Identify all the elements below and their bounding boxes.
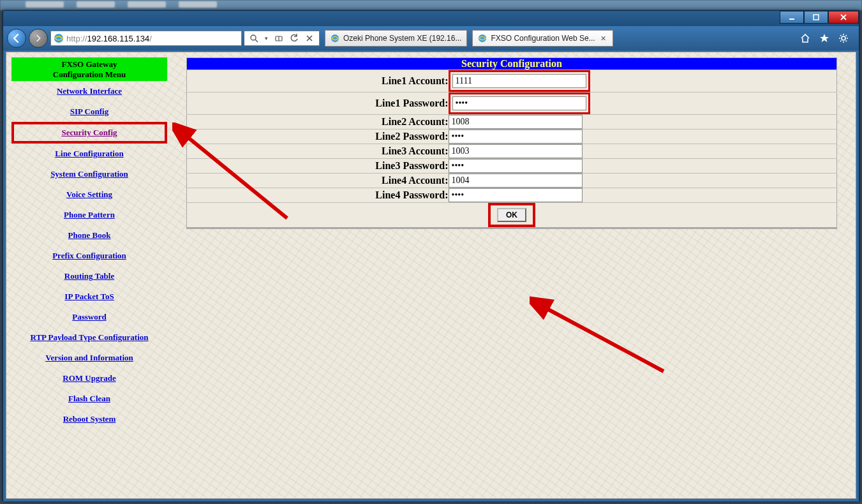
dropdown-caret-icon[interactable]: ▾ xyxy=(265,35,268,41)
browser-window: http://192.168.115.134/ ▾ Ozeki Phone Sy… xyxy=(3,10,859,501)
sidebar-item-system-configuration[interactable]: System Configuration xyxy=(11,164,167,184)
input-line4-account[interactable] xyxy=(449,174,583,188)
sidebar-item-flash-clean[interactable]: Flash Clean xyxy=(11,389,167,409)
tab-close-icon[interactable]: ✕ xyxy=(599,34,607,43)
search-icon[interactable] xyxy=(249,34,258,43)
annotation-highlight-ok: OK xyxy=(488,203,535,227)
sidebar-item-line-configuration[interactable]: Line Configuration xyxy=(11,144,167,164)
browser-tab-0[interactable]: Ozeki Phone System XE (192.16... xyxy=(325,30,467,47)
label-line3-account: Line3 Account: xyxy=(187,144,449,159)
ie-icon xyxy=(478,34,487,43)
nav-forward-button[interactable] xyxy=(29,29,48,48)
input-line1-account[interactable] xyxy=(452,74,586,88)
label-line2-password: Line2 Password: xyxy=(187,130,449,144)
ie-icon xyxy=(331,34,339,43)
browser-tab-1[interactable]: FXSO Configuration Web Se... ✕ xyxy=(472,30,613,47)
stop-icon[interactable] xyxy=(305,34,314,43)
sidebar-item-rom-upgrade[interactable]: ROM Upgrade xyxy=(11,368,167,389)
sidebar-item-routing-table[interactable]: Routing Table xyxy=(11,266,167,286)
nav-back-button[interactable] xyxy=(7,29,26,48)
ok-button[interactable]: OK xyxy=(497,208,526,222)
tab-title: FXSO Configuration Web Se... xyxy=(491,34,595,43)
sidebar-item-voice-setting[interactable]: Voice Setting xyxy=(11,184,167,205)
sidebar-item-phone-pattern[interactable]: Phone Pattern xyxy=(11,205,167,225)
sidebar-item-prefix-configuration[interactable]: Prefix Configuration xyxy=(11,246,167,266)
address-bar-text: http://192.168.115.134/ xyxy=(66,34,239,43)
sidebar-item-reboot-system[interactable]: Reboot System xyxy=(11,409,167,429)
toolbar-right-icons xyxy=(800,33,855,43)
security-config-form: Security Configuration Line1 Account: Li… xyxy=(186,57,837,229)
input-line4-password[interactable] xyxy=(449,188,583,202)
ie-icon xyxy=(54,33,64,43)
input-line2-account[interactable] xyxy=(449,115,583,129)
browser-toolbar: http://192.168.115.134/ ▾ Ozeki Phone Sy… xyxy=(3,26,859,50)
sidebar-item-network-interface[interactable]: Network Interface xyxy=(11,81,167,101)
main-panel: Security Configuration Line1 Account: Li… xyxy=(186,57,851,429)
window-titlebar xyxy=(3,11,859,26)
sidebar-item-version-info[interactable]: Version and Information xyxy=(11,348,167,368)
input-line3-password[interactable] xyxy=(449,159,583,173)
favorites-icon[interactable] xyxy=(819,33,829,43)
label-line3-password: Line3 Password: xyxy=(187,159,449,174)
address-bar-controls[interactable]: ▾ xyxy=(244,31,320,46)
window-close-button[interactable] xyxy=(828,11,859,24)
label-line1-account: Line1 Account: xyxy=(187,70,449,93)
gear-icon[interactable] xyxy=(838,33,849,43)
page-content: FXSO Gateway Configuration Menu Network … xyxy=(6,52,856,499)
window-minimize-button[interactable] xyxy=(780,11,804,24)
input-line2-password[interactable] xyxy=(449,130,583,144)
annotation-highlight-input xyxy=(449,93,590,114)
sidebar-item-rtp-payload-type[interactable]: RTP Payload Type Configuration xyxy=(11,327,167,348)
label-line4-account: Line4 Account: xyxy=(187,174,449,188)
home-icon[interactable] xyxy=(800,33,810,43)
input-line3-account[interactable] xyxy=(449,144,583,158)
input-line1-password[interactable] xyxy=(452,96,586,110)
svg-rect-0 xyxy=(789,19,794,20)
annotation-highlight-sidebar: Security Config xyxy=(11,122,167,144)
sidebar: FXSO Gateway Configuration Menu Network … xyxy=(11,57,167,429)
svg-point-3 xyxy=(251,35,256,40)
form-title: Security Configuration xyxy=(187,58,837,70)
sidebar-header: FXSO Gateway Configuration Menu xyxy=(11,57,167,81)
sidebar-item-phone-book[interactable]: Phone Book xyxy=(11,225,167,246)
sidebar-item-password[interactable]: Password xyxy=(11,307,167,327)
annotation-highlight-input xyxy=(449,70,590,92)
tab-title: Ozeki Phone System XE (192.16... xyxy=(343,34,461,43)
label-line4-password: Line4 Password: xyxy=(187,188,449,203)
svg-point-7 xyxy=(842,36,845,40)
svg-rect-1 xyxy=(814,15,819,20)
address-bar[interactable]: http://192.168.115.134/ xyxy=(50,31,242,46)
refresh-icon[interactable] xyxy=(290,34,299,43)
compat-icon[interactable] xyxy=(274,34,283,43)
sidebar-item-ip-packet-tos[interactable]: IP Packet ToS xyxy=(11,286,167,307)
window-maximize-button[interactable] xyxy=(804,11,828,24)
label-line1-password: Line1 Password: xyxy=(187,93,449,115)
label-line2-account: Line2 Account: xyxy=(187,115,449,130)
desktop-taskbar-blur xyxy=(0,0,862,10)
sidebar-item-sip-config[interactable]: SIP Config xyxy=(11,101,167,122)
sidebar-item-security-config[interactable]: Security Config xyxy=(14,126,165,140)
